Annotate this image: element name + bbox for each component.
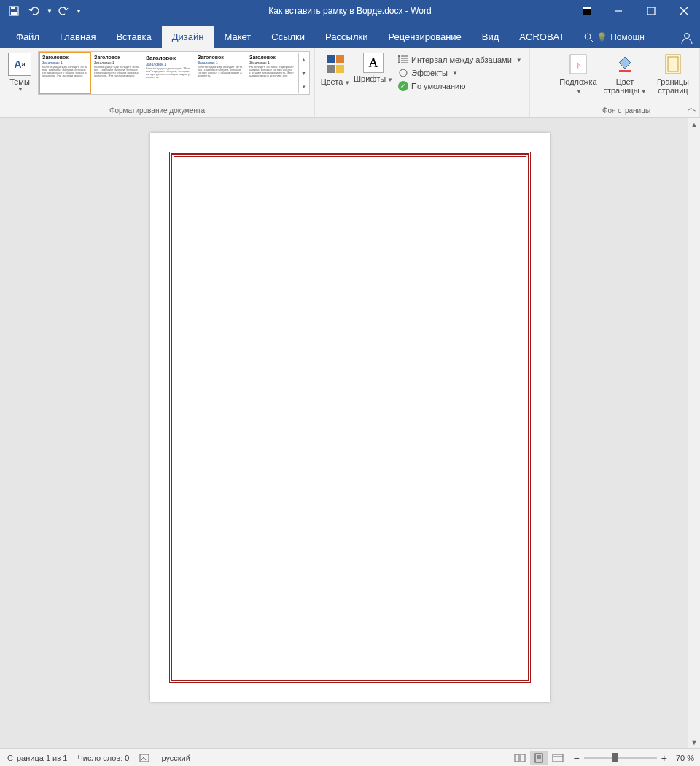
group-label-page-background: Фон страницы <box>558 105 695 116</box>
zoom-in-button[interactable]: + <box>661 752 667 764</box>
svg-point-11 <box>685 34 690 39</box>
zoom-slider: − + 70 % <box>574 752 694 764</box>
tab-mailings[interactable]: Рассылки <box>315 26 378 48</box>
tab-review[interactable]: Рецензирование <box>378 26 471 48</box>
maximize-button[interactable] <box>634 0 667 22</box>
document-area: ▲ ▼ <box>0 118 700 748</box>
svg-rect-12 <box>327 55 335 63</box>
read-mode-button[interactable] <box>511 751 529 765</box>
tab-home[interactable]: Главная <box>50 26 106 48</box>
fonts-icon: A <box>363 53 384 73</box>
tab-references[interactable]: Ссылки <box>261 26 315 48</box>
zoom-slider-track[interactable] <box>584 757 657 759</box>
watermark-icon: A <box>567 53 590 76</box>
svg-rect-15 <box>336 65 344 73</box>
svg-line-10 <box>590 39 593 42</box>
group-page-background: A Подложка▼ Цвет страницы▼ Границы стран… <box>553 48 700 117</box>
svg-rect-13 <box>336 55 344 63</box>
page-borders-button[interactable]: Границы страниц <box>651 51 695 95</box>
qat-customize-icon[interactable]: ▾ <box>77 8 80 15</box>
document-formatting-gallery[interactable]: Заголовок Заголовок 1 Коллтондждж ждж вк… <box>38 51 310 95</box>
zoom-level[interactable]: 70 % <box>676 754 694 762</box>
vertical-scrollbar[interactable]: ▲ ▼ <box>688 118 700 748</box>
group-document-formatting: Aa Темы ▼ Заголовок Заголовок 1 Коллтонд… <box>0 48 315 117</box>
status-page[interactable]: Страница 1 из 1 <box>7 754 67 762</box>
gallery-down-button[interactable]: ▼ <box>299 66 308 80</box>
tell-me-search[interactable]: 💡 Помощн <box>575 26 653 48</box>
close-button[interactable] <box>667 0 700 22</box>
collapse-ribbon-button[interactable]: へ <box>688 104 696 115</box>
paragraph-spacing-icon <box>398 55 408 65</box>
style-set-thumb[interactable]: Заголовок Заголовок 1 На вкладет "Вставк… <box>246 53 298 93</box>
web-layout-button[interactable] <box>549 751 567 765</box>
page-border-frame <box>169 152 531 683</box>
gallery-more-button[interactable]: ▾ <box>299 80 308 93</box>
status-bar: Страница 1 из 1 Число слов: 0 русский − … <box>0 748 700 766</box>
svg-rect-33 <box>553 754 563 762</box>
themes-label: Темы <box>9 77 30 86</box>
document-page[interactable] <box>150 133 550 702</box>
group-label-doc-formatting: Форматирование документа <box>4 105 310 116</box>
scroll-up-button[interactable]: ▲ <box>688 118 700 131</box>
style-set-thumb[interactable]: Заголовок Заголовок 1 Коллтондждж ждж вк… <box>91 53 142 93</box>
undo-dropdown-icon[interactable]: ▼ <box>47 8 52 15</box>
minimize-button[interactable] <box>602 0 634 22</box>
chevron-down-icon: ▼ <box>18 86 23 93</box>
check-icon: ✓ <box>398 81 408 91</box>
ribbon: Aa Темы ▼ Заголовок Заголовок 1 Коллтонд… <box>0 48 700 118</box>
scroll-down-button[interactable]: ▼ <box>688 736 700 748</box>
paragraph-spacing-button[interactable]: Интервал между абзацами▼ <box>395 54 525 66</box>
svg-rect-28 <box>521 754 525 762</box>
svg-rect-29 <box>535 754 542 762</box>
colors-icon <box>324 53 347 76</box>
status-word-count[interactable]: Число слов: 0 <box>77 754 129 762</box>
svg-point-20 <box>400 69 407 77</box>
zoom-out-button[interactable]: − <box>574 752 580 764</box>
tell-me-label: Помощн <box>610 32 645 42</box>
watermark-button[interactable]: A Подложка▼ <box>558 51 599 96</box>
set-as-default-button[interactable]: ✓ По умолчанию <box>395 80 525 92</box>
save-button[interactable] <box>4 2 23 20</box>
ribbon-tabs: Файл Главная Вставка Дизайн Макет Ссылки… <box>0 22 700 48</box>
account-icon[interactable] <box>680 31 694 45</box>
redo-button[interactable] <box>54 2 73 20</box>
zoom-slider-thumb[interactable] <box>612 753 618 762</box>
tab-design[interactable]: Дизайн <box>162 26 214 48</box>
svg-rect-14 <box>327 65 335 73</box>
tab-layout[interactable]: Макет <box>214 26 261 48</box>
style-set-thumb[interactable]: Заголовок Заголовок 1 Коллтондждж ждж вк… <box>195 53 246 93</box>
status-language[interactable]: русский <box>161 754 190 762</box>
fonts-button[interactable]: A Шрифты▼ <box>354 51 392 85</box>
title-bar: ▼ ▾ Как вставить рамку в Ворде.docx - Wo… <box>0 0 700 22</box>
gallery-spinner: ▲ ▼ ▾ <box>298 53 308 93</box>
undo-button[interactable] <box>25 2 44 20</box>
print-layout-button[interactable] <box>530 751 548 765</box>
colors-button[interactable]: Цвета▼ <box>319 51 351 88</box>
svg-rect-1 <box>11 7 15 9</box>
svg-rect-6 <box>648 7 655 15</box>
page-borders-icon <box>661 53 685 76</box>
themes-icon: Aa <box>8 53 31 76</box>
svg-rect-23 <box>619 70 631 72</box>
svg-point-9 <box>585 34 591 39</box>
effects-icon <box>398 68 408 78</box>
ribbon-display-options-button[interactable] <box>572 0 602 22</box>
quick-access-toolbar: ▼ ▾ <box>0 2 80 20</box>
window-controls <box>572 0 700 22</box>
group-formatting-options: Цвета▼ A Шрифты▼ Интервал между абзацами… <box>315 48 530 117</box>
proofing-icon[interactable] <box>139 753 151 763</box>
file-tab[interactable]: Файл <box>6 26 50 48</box>
page-color-button[interactable]: Цвет страницы▼ <box>602 51 648 96</box>
tab-acrobat[interactable]: ACROBAT <box>509 26 575 48</box>
style-set-thumb[interactable]: Заголовок Заголовок 1 Коллтондждж ждж вк… <box>143 53 194 93</box>
style-set-thumb[interactable]: Заголовок Заголовок 1 Коллтондждж ждж вк… <box>39 53 90 93</box>
svg-rect-27 <box>515 754 519 762</box>
scroll-thumb[interactable] <box>690 131 699 736</box>
effects-button[interactable]: Эффекты▼ <box>395 67 525 79</box>
page-color-icon <box>613 53 637 76</box>
formatting-small-buttons: Интервал между абзацами▼ Эффекты▼ ✓ По у… <box>395 51 525 92</box>
tab-insert[interactable]: Вставка <box>106 26 161 48</box>
gallery-up-button[interactable]: ▲ <box>299 53 308 66</box>
themes-button[interactable]: Aa Темы ▼ <box>4 51 35 93</box>
tab-view[interactable]: Вид <box>472 26 510 48</box>
